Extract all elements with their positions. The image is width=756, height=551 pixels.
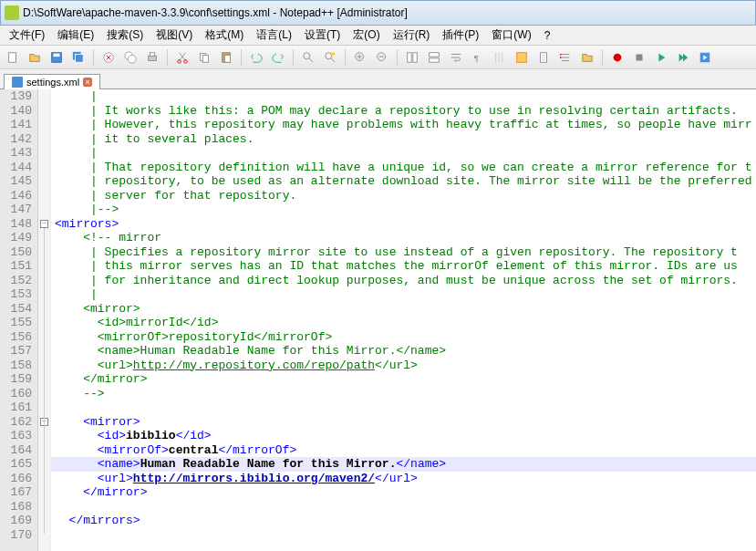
code-line[interactable]: | However, this repository may have prob… — [51, 118, 756, 132]
tab-label: settings.xml — [26, 77, 79, 88]
indent-guide-icon[interactable] — [491, 48, 509, 67]
doc-map-icon[interactable] — [534, 48, 553, 67]
print-icon[interactable] — [143, 48, 161, 67]
svg-rect-31 — [637, 54, 643, 60]
code-line[interactable]: | — [51, 287, 756, 302]
menu-item[interactable]: ? — [539, 27, 556, 44]
menu-item[interactable]: 文件(F) — [4, 26, 50, 45]
line-number: 142 — [0, 132, 37, 147]
save-macro-icon[interactable] — [696, 48, 714, 67]
line-number: 153 — [0, 287, 37, 302]
code-line[interactable]: </mirror> — [51, 372, 756, 387]
menu-item[interactable]: 插件(P) — [437, 26, 484, 45]
close-all-icon[interactable] — [121, 48, 140, 67]
cut-icon[interactable] — [173, 48, 192, 67]
code-line[interactable] — [51, 400, 756, 415]
tab-close-icon[interactable]: × — [83, 78, 92, 87]
save-icon[interactable] — [47, 48, 66, 67]
code-line[interactable]: | for inheritance and direct lookup purp… — [51, 274, 756, 288]
paste-icon[interactable] — [217, 48, 235, 67]
code-line[interactable]: <!-- mirror — [51, 231, 756, 245]
zoom-in-icon[interactable] — [351, 48, 369, 67]
menu-item[interactable]: 窗口(W) — [486, 26, 536, 45]
line-number: 161 — [0, 400, 37, 415]
show-all-chars-icon[interactable]: ¶ — [469, 48, 487, 67]
sync-h-icon[interactable] — [425, 48, 443, 67]
redo-icon[interactable] — [269, 48, 287, 67]
code-line[interactable]: <mirrorOf>repositoryId</mirrorOf> — [51, 330, 756, 345]
code-line[interactable]: </mirrors> — [51, 514, 756, 528]
code-line[interactable]: | repository, to be used as an alternate… — [51, 174, 756, 189]
code-line[interactable]: --> — [51, 387, 756, 401]
code-line[interactable]: <id>mirrorId</id> — [51, 316, 756, 330]
code-line[interactable]: | — [51, 89, 756, 104]
menu-item[interactable]: 搜索(S) — [101, 26, 149, 45]
play-icon[interactable] — [652, 48, 670, 67]
record-icon[interactable] — [608, 48, 627, 67]
code-line[interactable]: |--> — [51, 203, 756, 217]
save-all-icon[interactable] — [69, 48, 88, 67]
code-line[interactable]: <id>ibiblio</id> — [51, 429, 756, 443]
code-line[interactable]: <mirror> — [51, 302, 756, 317]
code-line[interactable] — [51, 500, 756, 515]
toolbar-separator — [345, 49, 346, 66]
svg-point-30 — [614, 53, 622, 61]
code-line[interactable]: <mirror> — [51, 415, 756, 430]
sync-v-icon[interactable] — [403, 48, 421, 67]
func-list-icon[interactable] — [556, 48, 575, 67]
code-line[interactable]: <name>Human Readable Name for this Mirro… — [51, 344, 756, 359]
replace-icon[interactable] — [321, 48, 339, 67]
line-number: 151 — [0, 259, 37, 274]
menu-item[interactable]: 运行(R) — [388, 26, 436, 45]
code-line[interactable]: | this mirror serves has an ID that matc… — [51, 259, 756, 274]
toolbar-separator — [293, 49, 294, 66]
wrap-icon[interactable] — [447, 48, 465, 67]
code-line[interactable]: | That repository definition will have a… — [51, 161, 756, 175]
close-icon[interactable] — [99, 48, 118, 67]
svg-rect-4 — [76, 54, 84, 62]
find-icon[interactable] — [299, 48, 317, 67]
code-line[interactable]: <mirrorOf>central</mirrorOf> — [51, 443, 756, 458]
code-line[interactable]: | It works like this: a POM may declare … — [51, 104, 756, 119]
editor-area[interactable]: 1391401411421431441451461471481491501511… — [0, 89, 756, 551]
line-number: 146 — [0, 189, 37, 203]
code-line[interactable]: <url>http://my.repository.com/repo/path<… — [51, 359, 756, 373]
toolbar-separator — [241, 49, 242, 66]
code-line[interactable]: | — [51, 146, 756, 161]
menu-item[interactable]: 宏(O) — [347, 26, 385, 45]
toolbar: ¶ — [0, 46, 756, 69]
menu-item[interactable]: 编辑(E) — [52, 26, 99, 45]
code-line[interactable]: | it to several places. — [51, 132, 756, 147]
code-line[interactable]: | server for that repository. — [51, 189, 756, 203]
code-line[interactable]: <url>http://mirrors.ibiblio.org/maven2/<… — [51, 472, 756, 486]
svg-point-28 — [560, 53, 562, 55]
undo-icon[interactable] — [247, 48, 265, 67]
fold-gutter[interactable]: −− — [38, 89, 51, 551]
fold-toggle-icon[interactable]: − — [40, 220, 48, 228]
code-line[interactable]: </mirror> — [51, 485, 756, 500]
copy-icon[interactable] — [195, 48, 213, 67]
play-multi-icon[interactable] — [674, 48, 692, 67]
open-file-icon[interactable] — [26, 48, 44, 67]
menu-item[interactable]: 格式(M) — [200, 26, 249, 45]
menu-item[interactable]: 语言(L) — [251, 26, 297, 45]
file-tab[interactable]: settings.xml × — [4, 74, 100, 89]
code-line[interactable] — [51, 528, 756, 543]
code-line[interactable]: | Specifies a repository mirror site to … — [51, 245, 756, 260]
code-area[interactable]: | | It works like this: a POM may declar… — [51, 89, 756, 551]
folder-icon[interactable] — [578, 48, 596, 67]
line-number: 150 — [0, 245, 37, 260]
window-title: D:\SoftWare\apache-maven-3.3.9\conf\sett… — [23, 6, 408, 19]
line-number: 139 — [0, 89, 37, 104]
zoom-out-icon[interactable] — [373, 48, 391, 67]
new-file-icon[interactable] — [4, 48, 22, 67]
code-line[interactable]: <name>Human Readable Name for this Mirro… — [51, 457, 756, 472]
code-line[interactable]: <mirrors> — [51, 217, 756, 232]
line-number: 152 — [0, 274, 37, 288]
svg-rect-9 — [150, 52, 154, 56]
udl-icon[interactable] — [513, 48, 531, 67]
stop-icon[interactable] — [630, 48, 648, 67]
line-number: 166 — [0, 472, 37, 486]
menu-item[interactable]: 设置(T) — [299, 26, 346, 45]
menu-item[interactable]: 视图(V) — [150, 26, 198, 45]
